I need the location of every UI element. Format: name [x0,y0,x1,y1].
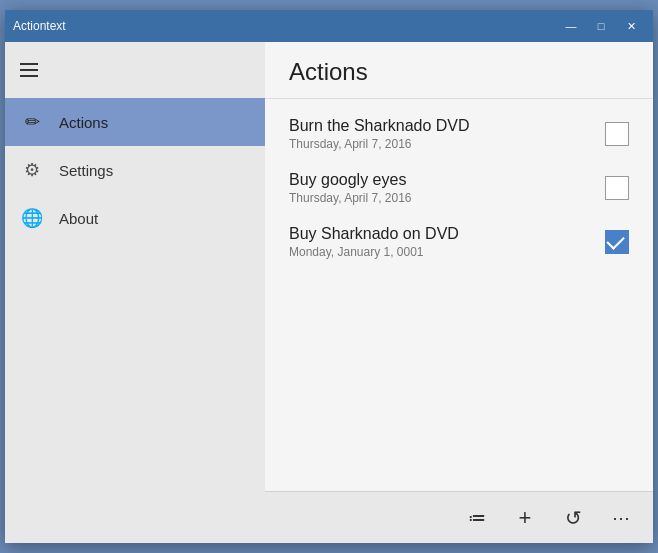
action-title: Burn the Sharknado DVD [289,117,470,135]
globe-icon: 🌐 [21,207,43,229]
list-item: Buy googly eyes Thursday, April 7, 2016 [265,161,653,215]
window-controls: — □ ✕ [557,16,645,36]
checklist-button[interactable]: ≔ [453,494,501,542]
hamburger-button[interactable] [5,46,53,94]
sidebar-item-label: Actions [59,114,108,131]
hamburger-line-3 [20,75,38,77]
action-info: Buy Sharknado on DVD Monday, January 1, … [289,225,459,259]
sidebar: ✏ Actions ⚙ Settings 🌐 About [5,42,265,543]
main-header: Actions [265,42,653,99]
refresh-icon: ↺ [565,506,582,530]
action-date: Thursday, April 7, 2016 [289,191,412,205]
window-title: Actiontext [13,19,66,33]
action-date: Monday, January 1, 0001 [289,245,459,259]
bottom-toolbar: ≔ + ↺ ⋯ [265,491,653,543]
action-title: Buy Sharknado on DVD [289,225,459,243]
more-button[interactable]: ⋯ [597,494,645,542]
sidebar-item-label: Settings [59,162,113,179]
sidebar-item-settings[interactable]: ⚙ Settings [5,146,265,194]
main-content: Actions Burn the Sharknado DVD Thursday,… [265,42,653,543]
sidebar-item-about[interactable]: 🌐 About [5,194,265,242]
action-checkbox-1[interactable] [605,122,629,146]
hamburger-line-1 [20,63,38,65]
gear-icon: ⚙ [21,159,43,181]
more-icon: ⋯ [612,507,631,529]
app-body: ✏ Actions ⚙ Settings 🌐 About Actions Bur… [5,42,653,543]
list-item: Burn the Sharknado DVD Thursday, April 7… [265,107,653,161]
action-info: Buy googly eyes Thursday, April 7, 2016 [289,171,412,205]
minimize-button[interactable]: — [557,16,585,36]
action-checkbox-2[interactable] [605,176,629,200]
checklist-icon: ≔ [468,507,486,529]
hamburger-line-2 [20,69,38,71]
action-checkbox-3[interactable] [605,230,629,254]
sidebar-item-actions[interactable]: ✏ Actions [5,98,265,146]
action-date: Thursday, April 7, 2016 [289,137,470,151]
page-title: Actions [289,58,629,86]
pencil-icon: ✏ [21,111,43,133]
title-bar: Actiontext — □ ✕ [5,10,653,42]
action-title: Buy googly eyes [289,171,412,189]
plus-icon: + [519,505,532,531]
close-button[interactable]: ✕ [617,16,645,36]
maximize-button[interactable]: □ [587,16,615,36]
list-item: Buy Sharknado on DVD Monday, January 1, … [265,215,653,269]
refresh-button[interactable]: ↺ [549,494,597,542]
app-window: Actiontext — □ ✕ ✏ Actions ⚙ Settings [5,10,653,543]
action-info: Burn the Sharknado DVD Thursday, April 7… [289,117,470,151]
sidebar-item-label: About [59,210,98,227]
actions-list: Burn the Sharknado DVD Thursday, April 7… [265,99,653,491]
add-button[interactable]: + [501,494,549,542]
